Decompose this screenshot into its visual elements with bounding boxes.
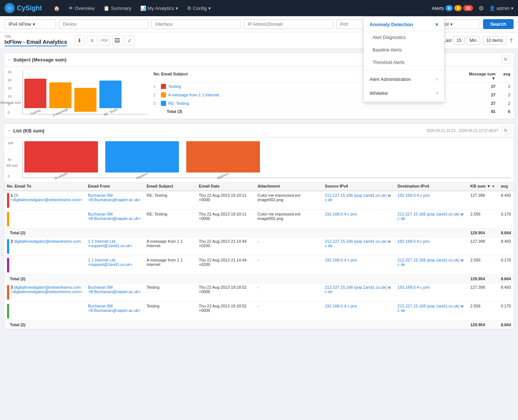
table-row-total-3: Total (2) 129.954 8.664: [4, 321, 514, 329]
cell-attachment-3b: -: [255, 302, 322, 321]
legend-color-2: [161, 92, 166, 97]
bar-amessage: A message: [49, 82, 71, 114]
row-stripe-2b: [7, 258, 9, 273]
legend-header: No. Email Subject Message sum ▼ avg: [154, 70, 510, 82]
cell-date-1b: Thu 22 Aug 2013 19:19:11 +0000: [196, 210, 255, 229]
protocol-chevron: ▾: [450, 22, 452, 27]
legend-row-1: 1 Testing 27 2: [154, 82, 510, 91]
chart-list-title: List (KB sum): [13, 128, 45, 134]
cell-attachment-1: Color me impressed.ext image002.png: [255, 191, 322, 210]
cell-source-1b: 192.168.0.4 c priv: [322, 210, 395, 229]
list-y-labels: 100500: [8, 141, 13, 178]
col-kb-sum[interactable]: KB sum ▼: [467, 182, 498, 191]
pdf-button[interactable]: PDF: [99, 35, 110, 46]
last-value[interactable]: 15: [453, 36, 465, 45]
bar-rect-amessage2: [74, 88, 96, 112]
cell-kb-1b: 2.556: [467, 210, 498, 229]
nav-summary[interactable]: 📋 Summary: [101, 0, 134, 16]
alert-diagnostics-item[interactable]: Alert Diagnostics: [364, 31, 444, 44]
bar-rect-retesting: [99, 81, 121, 108]
total-1-label: Total (2): [4, 229, 467, 237]
nav-home[interactable]: 🏠: [51, 0, 63, 16]
cell-date-2b: Thu 22 Aug 2013 21:14:44 +0200: [196, 256, 255, 275]
total-3-avg: 8.664: [498, 321, 514, 329]
legend-color-3: [161, 101, 166, 106]
chart-subject-area: 2520151050 Message sum Testing A message: [8, 70, 148, 115]
last-label: Last: [443, 38, 452, 43]
cell-source-1: 212.227.15.166 (pop.1and1.co.uk) w c de: [322, 191, 395, 210]
y-axis-label: Message sum: [0, 101, 21, 104]
threshold-alerts-item[interactable]: Threshold Alerts: [364, 56, 444, 69]
cell-kb-3: 127.398: [467, 283, 498, 302]
total-2-kb: 129.954: [467, 275, 498, 283]
nav-overview[interactable]: 👁 Overview: [66, 0, 98, 16]
legend-val-2: 27: [466, 93, 496, 97]
search-button[interactable]: Search: [483, 19, 514, 29]
legend-val-3: 27: [466, 101, 496, 106]
total-2-label: Total (2): [4, 275, 467, 283]
list-refresh-button[interactable]: ↻: [501, 126, 510, 135]
cell-source-2b: 192.168.0.4 c priv: [322, 256, 395, 275]
filter-select[interactable]: IPv4 IxFlow ▾: [4, 19, 56, 29]
alert-administration-item[interactable]: Alert Administration: [364, 72, 444, 86]
cell-email-to-2: 2 digitalinvestigator@networksims.com: [4, 237, 85, 256]
brand-logo[interactable]: ● CySight: [4, 3, 42, 13]
alerts-badge-blue: 6: [445, 5, 453, 11]
bar-amessage2: [74, 88, 96, 114]
interface-input[interactable]: [151, 19, 241, 29]
legend-avg-3: 2: [496, 101, 510, 106]
col-attachment: Attachment: [255, 182, 322, 191]
baseline-alerts-label: Baseline Alerts: [373, 47, 402, 53]
legend-avg-2: 2: [496, 93, 510, 97]
device-input[interactable]: [59, 19, 148, 29]
email-to-3[interactable]: digitalinvestigator@networksims.com<digi…: [11, 285, 82, 294]
baseline-alerts-item[interactable]: Baseline Alerts: [364, 44, 444, 56]
cell-subject-3b: Testing: [144, 302, 196, 321]
ip-input[interactable]: [244, 19, 333, 29]
legend-row-3: 3 RE: Testing 27 2: [154, 99, 510, 108]
table-row: Buchanan Bill<B.Buchanan@napier.ac.uk> T…: [4, 302, 514, 321]
cell-subject-1b: RE: Testing: [144, 210, 196, 229]
image-button[interactable]: 🖼: [112, 35, 122, 46]
cell-avg-3: 8.493: [498, 283, 514, 302]
filter-button[interactable]: ≡: [87, 35, 97, 46]
alerts-badge-red: 39: [463, 5, 473, 11]
cell-source-3b: 192.168.0.4 c priv: [322, 302, 395, 321]
cell-date-1: Thu 22 Aug 2013 19:19:11 +0000: [196, 191, 255, 210]
list-bar-3: digitainv: [186, 141, 260, 178]
cell-dest-2b: 212.227.15.166 (pop.1and1.co.uk) w c de: [395, 256, 468, 275]
cell-dest-1: 192.168.0.4 c priv: [395, 191, 468, 210]
settings-icon[interactable]: ⚙: [476, 3, 486, 13]
row-stripe-3b: [7, 304, 9, 318]
row-stripe-1: [7, 193, 9, 208]
alerts-section[interactable]: Alerts 6 8 39: [432, 5, 473, 11]
anomaly-detection-item[interactable]: Anomaly Detection ▾: [364, 18, 444, 31]
cell-from-2b: 1 1 Internet Ltd.<support@1and1.co.uk>: [85, 256, 144, 275]
list-chart-area: 100500 KB sum Di ndigita digitainv: [4, 138, 514, 182]
chart-refresh-button[interactable]: ↻: [501, 55, 510, 64]
nav-my-analytics[interactable]: 📊 My Analytics ▾: [137, 0, 181, 16]
list-chart-wrap: 100500 KB sum Di ndigita digitainv: [8, 141, 510, 178]
email-to-2[interactable]: digitalinvestigator@networksims.com: [14, 239, 81, 243]
total-3-kb: 129.954: [467, 321, 498, 329]
list-bar-rect-1: [24, 141, 98, 172]
min-button[interactable]: Min: [466, 36, 480, 45]
cell-email-to-1: 1 DI<digitalinvestigator@networksims.com…: [4, 191, 85, 210]
cell-source-3: 212.227.15.166 (pop.1and1.co.uk) w c de: [322, 283, 395, 302]
expand-button[interactable]: ⤢: [124, 35, 135, 46]
list-collapse-icon[interactable]: −: [8, 128, 10, 133]
table-row-total-1: Total (2) 129.954 8.664: [4, 229, 514, 237]
collapse-button[interactable]: ⇑: [509, 38, 514, 43]
download-button[interactable]: ⬇: [74, 35, 85, 46]
bar-testing: Testing: [24, 79, 46, 114]
list-bar-rect-3: [186, 141, 260, 172]
cell-from-3: Buchanan Bill<B.Buchanan@napier.ac.uk>: [85, 283, 144, 302]
chart-collapse-icon[interactable]: −: [8, 57, 10, 62]
list-timestamp: 2020-05-21 22:23 - 2020-05-21 22:37 AEDT: [426, 129, 498, 133]
whitelist-item[interactable]: Whitelist: [364, 86, 444, 100]
email-to-1[interactable]: DI<digitalinvestigator@networksims.com>: [11, 193, 82, 202]
cell-dest-3: 192.168.0.4 c priv: [395, 283, 468, 302]
nav-config[interactable]: ⚙ Config ▾: [184, 0, 214, 16]
admin-menu[interactable]: 👤 admin ▾: [489, 6, 514, 11]
table-row: Buchanan Bill<B.Buchanan@napier.ac.uk> R…: [4, 210, 514, 229]
